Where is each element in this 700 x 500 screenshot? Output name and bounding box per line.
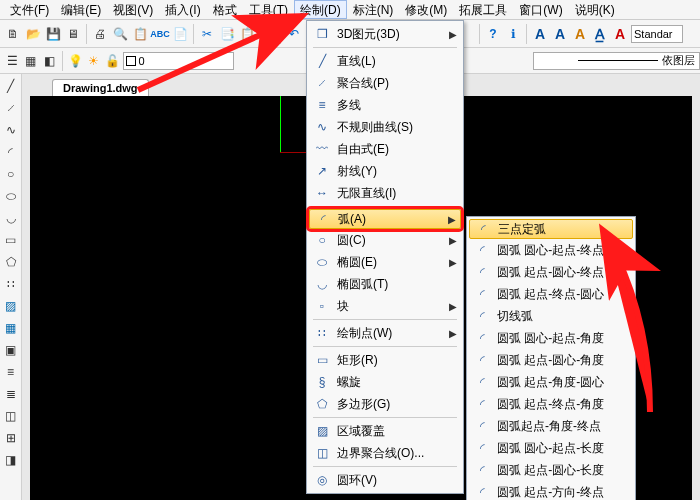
draw-menu-item-3[interactable]: ≡多线 [309, 94, 461, 116]
find-icon[interactable]: 📋 [131, 25, 149, 43]
draw-menu-item-19[interactable]: ◎圆环(V) [309, 469, 461, 491]
menu-edit[interactable]: 编辑(E) [55, 0, 107, 19]
menu-view[interactable]: 视图(V) [107, 0, 159, 19]
draw-menu-item-13[interactable]: ∷绘制点(W)▶ [309, 322, 461, 344]
menu-file[interactable]: 文件(F) [4, 0, 55, 19]
arc-menu-item-3[interactable]: ◜圆弧 起点-终点-圆心 [469, 283, 633, 305]
draw-menu-item-18[interactable]: ◫边界聚合线(O)... [309, 442, 461, 464]
menu-draw[interactable]: 绘制(D) [294, 0, 347, 19]
open-icon[interactable]: 📂 [24, 25, 42, 43]
layer-walk-icon[interactable]: ◧ [41, 52, 58, 70]
clipboard-icon[interactable]: 📄 [171, 25, 189, 43]
menu-label: 圆(C) [337, 232, 443, 249]
draw-menu-item-14[interactable]: ▭矩形(R) [309, 349, 461, 371]
draw-menu-item-5[interactable]: 〰自由式(E) [309, 138, 461, 160]
draw-menu-item-8[interactable]: ◜弧(A)▶ [309, 209, 461, 229]
hatch-tool-icon[interactable]: ▨ [3, 298, 19, 314]
insert-tool-icon[interactable]: ⊞ [3, 430, 19, 446]
draw-menu-item-0[interactable]: ❒3D图元(3D)▶ [309, 23, 461, 45]
arc-menu-item-1[interactable]: ◜圆弧 圆心-起点-终点 [469, 239, 633, 261]
draw-menu-item-2[interactable]: ⟋聚合线(P) [309, 72, 461, 94]
menu-label: 螺旋 [337, 374, 443, 391]
ellipse-tool-icon[interactable]: ⬭ [3, 188, 19, 204]
text-tool-icon[interactable]: ≡ [3, 364, 19, 380]
saveall-icon[interactable]: 🖥 [64, 25, 82, 43]
menu-insert[interactable]: 插入(I) [159, 0, 206, 19]
help-icon[interactable]: ? [484, 25, 502, 43]
preview-icon[interactable]: 🔍 [111, 25, 129, 43]
arc-menu-item-9[interactable]: ◜圆弧起点-角度-终点 [469, 415, 633, 437]
text-dim-icon[interactable]: A [571, 25, 589, 43]
draw-menu-item-1[interactable]: ╱直线(L) [309, 50, 461, 72]
draw-menu-item-12[interactable]: ▫块▶ [309, 295, 461, 317]
arc-menu-item-5[interactable]: ◜圆弧 圆心-起点-角度 [469, 327, 633, 349]
layer-prop-icon[interactable]: ☰ [4, 52, 21, 70]
point-tool-icon[interactable]: ∷ [3, 276, 19, 292]
draw-menu-item-17[interactable]: ▨区域覆盖 [309, 420, 461, 442]
arc-menu-item-10[interactable]: ◜圆弧 圆心-起点-长度 [469, 437, 633, 459]
text-style-a-icon[interactable]: A [531, 25, 549, 43]
arc-menu-item-12[interactable]: ◜圆弧 起点-方向-终点 [469, 481, 633, 500]
arc-menu-item-7[interactable]: ◜圆弧 起点-角度-圆心 [469, 371, 633, 393]
text-style-b-icon[interactable]: A [551, 25, 569, 43]
print-icon[interactable]: 🖨 [91, 25, 109, 43]
match-icon[interactable]: 🖌 [258, 25, 276, 43]
menu-ext[interactable]: 拓展工具 [453, 0, 513, 19]
wipeout-tool-icon[interactable]: ◨ [3, 452, 19, 468]
lock-icon[interactable]: 🔓 [104, 52, 121, 70]
separator [526, 24, 527, 44]
menu-window[interactable]: 窗口(W) [513, 0, 568, 19]
spell-icon[interactable]: ABC [151, 25, 169, 43]
arc-menu-item-8[interactable]: ◜圆弧 起点-终点-角度 [469, 393, 633, 415]
save-icon[interactable]: 💾 [44, 25, 62, 43]
menu-format[interactable]: 格式 [207, 0, 243, 19]
drawing-tab[interactable]: Drawing1.dwg [52, 79, 149, 96]
cut-icon[interactable]: ✂ [198, 25, 216, 43]
hatch2-tool-icon[interactable]: ▦ [3, 320, 19, 336]
spline-tool-icon[interactable]: ∿ [3, 122, 19, 138]
draw-menu-item-4[interactable]: ∿不规则曲线(S) [309, 116, 461, 138]
arc-menu-item-11[interactable]: ◜圆弧 起点-圆心-长度 [469, 459, 633, 481]
menu-dim[interactable]: 标注(N) [347, 0, 400, 19]
menu-label: 圆弧 起点-圆心-终点 [497, 264, 615, 281]
text-style-select[interactable]: Standar [631, 25, 683, 43]
undo-icon[interactable]: ↶ [285, 25, 303, 43]
earc-tool-icon[interactable]: ◡ [3, 210, 19, 226]
arc-menu-item-4[interactable]: ◜切线弧 [469, 305, 633, 327]
menu-modify[interactable]: 修改(M) [399, 0, 453, 19]
menu-tools[interactable]: 工具(T) [243, 0, 294, 19]
arc-menu-item-6[interactable]: ◜圆弧 起点-圆心-角度 [469, 349, 633, 371]
arc-menu-item-0[interactable]: ◜三点定弧 [469, 219, 633, 239]
new-icon[interactable]: 🗎 [4, 25, 22, 43]
paste-icon[interactable]: 📋 [238, 25, 256, 43]
polyline-tool-icon[interactable]: ⟋ [3, 100, 19, 116]
copy-icon[interactable]: 📑 [218, 25, 236, 43]
text-under-icon[interactable]: A̲ [591, 25, 609, 43]
linetype-select[interactable]: 依图层 [533, 52, 700, 70]
draw-menu-item-11[interactable]: ◡椭圆弧(T) [309, 273, 461, 295]
draw-menu-item-16[interactable]: ⬠多边形(G) [309, 393, 461, 415]
draw-menu-item-15[interactable]: §螺旋 [309, 371, 461, 393]
block-tool-icon[interactable]: ◫ [3, 408, 19, 424]
layer-iso-icon[interactable]: ▦ [23, 52, 40, 70]
menu-separator [313, 466, 457, 467]
arc-menu-item-2[interactable]: ◜圆弧 起点-圆心-终点 [469, 261, 633, 283]
arc-tool-icon[interactable]: ◜ [3, 144, 19, 160]
region-tool-icon[interactable]: ▣ [3, 342, 19, 358]
mtext-tool-icon[interactable]: ≣ [3, 386, 19, 402]
layer-select[interactable]: 0 [123, 52, 234, 70]
bulb-icon[interactable]: 💡 [67, 52, 84, 70]
draw-menu-item-6[interactable]: ↗射线(Y) [309, 160, 461, 182]
rect-tool-icon[interactable]: ▭ [3, 232, 19, 248]
draw-menu-item-10[interactable]: ⬭椭圆(E)▶ [309, 251, 461, 273]
sun-icon[interactable]: ☀ [85, 52, 102, 70]
draw-menu-item-7[interactable]: ↔无限直线(I) [309, 182, 461, 204]
ucs-y-axis [280, 96, 281, 152]
draw-menu-item-9[interactable]: ○圆(C)▶ [309, 229, 461, 251]
line-tool-icon[interactable]: ╱ [3, 78, 19, 94]
polygon-tool-icon[interactable]: ⬠ [3, 254, 19, 270]
circle-tool-icon[interactable]: ○ [3, 166, 19, 182]
menu-help[interactable]: 说明(K) [569, 0, 621, 19]
info-icon[interactable]: ℹ [504, 25, 522, 43]
text-strike-icon[interactable]: A [611, 25, 629, 43]
